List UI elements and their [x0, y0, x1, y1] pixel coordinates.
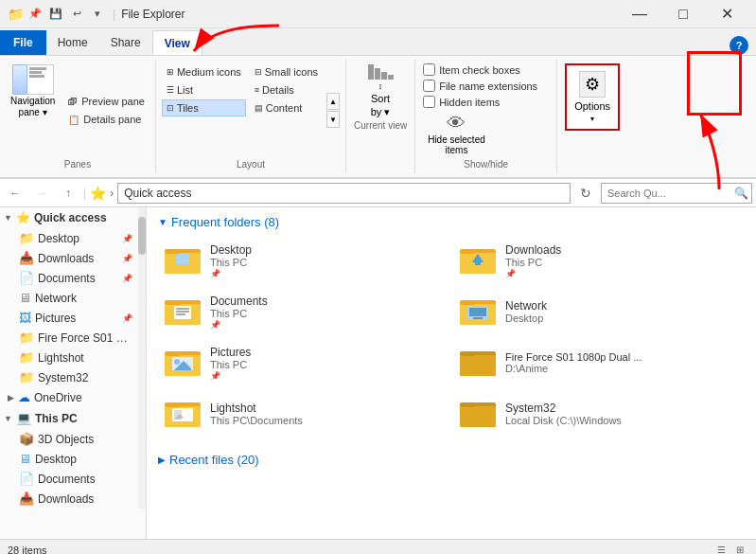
pictures-tile-sub: This PC	[210, 359, 251, 370]
address-bar: ← → ↑ | ⭐ › Quick access ↻ 🔍	[0, 179, 756, 207]
file-name-extensions-label: File name extensions	[439, 80, 537, 92]
ribbon-help-area: ?	[730, 36, 756, 55]
sidebar-item-system32[interactable]: 📁 System32	[0, 367, 138, 387]
sidebar-item-documents2[interactable]: 📄 Documents	[0, 469, 138, 489]
nav-pane-label: Navigation	[10, 96, 55, 106]
tiles-button[interactable]: ⊡ Tiles	[162, 99, 246, 116]
content-area: ▼ Frequent folders (8)	[147, 207, 756, 539]
lightshot-label: Lightshot	[38, 351, 84, 365]
qat-save[interactable]: 💾	[46, 5, 65, 24]
item-checkboxes-toggle[interactable]: Item check boxes	[423, 63, 549, 76]
sidebar-item-this-pc[interactable]: ▼ 💻 This PC	[0, 407, 138, 429]
tile-pictures[interactable]: Pictures This PC 📌	[158, 339, 449, 386]
sidebar-item-downloads2[interactable]: 📥 Downloads	[0, 489, 138, 509]
small-icons-button[interactable]: ⊟ Small icons	[250, 63, 323, 80]
item-checkboxes-checkbox[interactable]	[423, 63, 435, 76]
list-view-button[interactable]: ☰	[712, 542, 730, 555]
sidebar-item-documents[interactable]: 📄 Documents 📌	[0, 268, 138, 288]
pin-icon: 📌	[122, 254, 132, 263]
desktop-tile-sub: This PC	[210, 257, 252, 268]
tab-view[interactable]: View	[152, 30, 202, 55]
frequent-folders-grid: Desktop This PC 📌	[158, 237, 745, 438]
fire-force-icon: 📁	[19, 331, 34, 345]
network-tile-sub: Desktop	[505, 313, 547, 324]
refresh-button[interactable]: ↻	[574, 182, 597, 205]
tile-network[interactable]: Network Desktop	[453, 288, 745, 335]
system32-tile-sub: Local Disk (C:\)\Windows	[505, 415, 622, 426]
sidebar-item-fire-force[interactable]: 📁 Fire Force S01 10...	[0, 328, 138, 348]
forward-button[interactable]: →	[30, 182, 53, 205]
documents-tile-name: Documents	[210, 295, 268, 308]
sidebar-item-3d-objects[interactable]: 📦 3D Objects	[0, 429, 138, 449]
sidebar-item-desktop2[interactable]: 🖥 Desktop	[0, 449, 138, 469]
svg-rect-6	[462, 249, 475, 254]
sidebar-scrollbar[interactable]	[138, 207, 146, 509]
preview-pane-button[interactable]: 🗊 Preview pane	[63, 93, 149, 110]
network-tile-info: Network Desktop	[505, 299, 547, 324]
tab-home[interactable]: Home	[46, 30, 99, 55]
sidebar-item-quick-access[interactable]: ▼ ⭐ Quick access	[0, 207, 138, 228]
medium-icons-button[interactable]: ⊞ Medium icons	[162, 63, 246, 80]
up-button[interactable]: ↑	[57, 182, 79, 205]
hidden-items-label: Hidden items	[439, 97, 500, 108]
back-button[interactable]: ←	[4, 182, 26, 205]
details-pane-button[interactable]: 📋 Details pane	[63, 111, 149, 128]
list-button[interactable]: ☰ List	[162, 81, 246, 98]
qat-undo[interactable]: ↩	[67, 5, 86, 24]
sidebar-item-desktop[interactable]: 📁 Desktop 📌	[0, 228, 138, 248]
grid-view-button[interactable]: ⊞	[731, 542, 748, 555]
sidebar-item-downloads[interactable]: 📥 Downloads 📌	[0, 248, 138, 268]
help-button[interactable]: ?	[730, 36, 748, 55]
downloads2-icon: 📥	[19, 491, 34, 506]
tile-documents[interactable]: Documents This PC 📌	[158, 288, 449, 335]
sidebar-item-onedrive[interactable]: ▶ ☁ OneDrive	[0, 387, 138, 407]
qat-pin[interactable]: 📌	[26, 5, 44, 24]
chevron-icon: ▼	[4, 213, 12, 223]
svg-rect-30	[462, 351, 475, 356]
close-button[interactable]: ✕	[705, 0, 748, 28]
file-name-extensions-checkbox[interactable]	[423, 80, 435, 92]
tab-file[interactable]: File	[0, 30, 46, 55]
sort-by-label: by ▾	[371, 106, 391, 118]
qat-dropdown[interactable]: ▾	[88, 5, 107, 24]
hide-selected-button[interactable]: 👁 Hide selecteditems	[423, 110, 490, 158]
documents-tile-info: Documents This PC 📌	[210, 295, 268, 330]
content-label: Content	[266, 102, 303, 114]
details-button[interactable]: ≡ Details	[250, 81, 323, 98]
svg-point-26	[174, 359, 180, 365]
tile-fire-force[interactable]: Fire Force S01 1080p Dual ... D:\Anime	[453, 339, 745, 386]
content-button[interactable]: ▤ Content	[250, 99, 323, 116]
tile-system32[interactable]: System32 Local Disk (C:\)\Windows	[453, 390, 745, 438]
hidden-items-checkbox[interactable]	[423, 96, 435, 108]
tile-downloads[interactable]: Downloads This PC 📌	[453, 237, 745, 284]
minimize-button[interactable]: —	[618, 0, 661, 28]
frequent-folders-header[interactable]: ▼ Frequent folders (8)	[158, 215, 745, 229]
sort-by-button[interactable]: ↕ Sort by ▾	[361, 63, 400, 118]
nav-pane-label2: pane ▾	[19, 107, 47, 117]
navigation-pane-button[interactable]: Navigation pane ▾	[6, 63, 60, 118]
folder-icon: 📁	[19, 231, 34, 245]
sidebar-item-lightshot[interactable]: 📁 Lightshot	[0, 348, 138, 367]
desktop-tile-icon	[165, 241, 202, 279]
sidebar-item-network[interactable]: 🖥 Network	[0, 288, 138, 308]
layout-scroll-up[interactable]: ▲	[326, 93, 340, 110]
tab-share[interactable]: Share	[99, 30, 152, 55]
sidebar-item-pictures[interactable]: 🖼 Pictures 📌	[0, 308, 138, 328]
svg-rect-33	[167, 402, 180, 407]
hide-selected-label: Hide selecteditems	[428, 134, 485, 155]
downloads-tile-sub: This PC	[505, 257, 561, 268]
address-path[interactable]: Quick access	[117, 183, 571, 204]
recent-files-header[interactable]: ▶ Recent files (20)	[158, 453, 745, 467]
ribbon: File Home Share View ?	[0, 28, 756, 179]
frequent-folders-label: Frequent folders (8)	[171, 215, 279, 229]
options-button[interactable]: ⚙ Options ▾	[565, 63, 620, 131]
file-name-extensions-toggle[interactable]: File name extensions	[423, 80, 549, 92]
lightshot-icon: 📁	[19, 350, 34, 365]
search-input[interactable]	[601, 183, 752, 204]
maximize-button[interactable]: □	[661, 0, 705, 28]
tile-lightshot[interactable]: Lightshot This PC\Documents	[158, 390, 449, 438]
tile-desktop[interactable]: Desktop This PC 📌	[158, 237, 449, 284]
lightshot-tile-info: Lightshot This PC\Documents	[210, 402, 303, 426]
layout-scroll-down[interactable]: ▼	[326, 111, 340, 128]
hidden-items-toggle[interactable]: Hidden items	[423, 96, 549, 108]
